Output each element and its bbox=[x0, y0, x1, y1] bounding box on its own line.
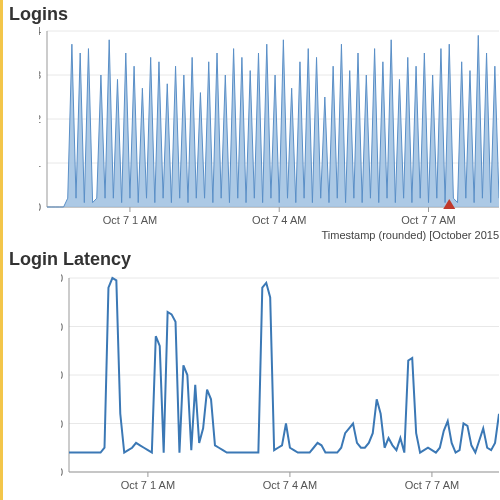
svg-text:Oct 7 7 AM: Oct 7 7 AM bbox=[405, 479, 459, 491]
logins-chart-svg: 01234Oct 7 1 AMOct 7 4 AMOct 7 7 AMTimes… bbox=[39, 27, 499, 245]
svg-text:4: 4 bbox=[39, 27, 41, 37]
svg-text:Oct 7 4 AM: Oct 7 4 AM bbox=[263, 479, 317, 491]
svg-text:3: 3 bbox=[39, 69, 41, 81]
latency-panel: Login Latency 0100200300400Oct 7 1 AMOct… bbox=[0, 245, 500, 500]
svg-text:Oct 7 4 AM: Oct 7 4 AM bbox=[252, 214, 306, 226]
svg-text:200: 200 bbox=[61, 369, 63, 381]
svg-text:Oct 7 1 AM: Oct 7 1 AM bbox=[121, 479, 175, 491]
svg-text:Oct 7 1 AM: Oct 7 1 AM bbox=[103, 214, 157, 226]
latency-chart-svg: 0100200300400Oct 7 1 AMOct 7 4 AMOct 7 7… bbox=[61, 272, 499, 494]
svg-text:Timestamp (rounded) [October 2: Timestamp (rounded) [October 2015 bbox=[321, 229, 499, 241]
logins-title: Logins bbox=[3, 0, 500, 27]
logins-panel: Logins 01234Oct 7 1 AMOct 7 4 AMOct 7 7 … bbox=[0, 0, 500, 245]
svg-text:Oct 7 7 AM: Oct 7 7 AM bbox=[401, 214, 455, 226]
logins-chart-area: 01234Oct 7 1 AMOct 7 4 AMOct 7 7 AMTimes… bbox=[39, 27, 496, 245]
svg-text:1: 1 bbox=[39, 157, 41, 169]
svg-text:300: 300 bbox=[61, 321, 63, 333]
svg-text:2: 2 bbox=[39, 113, 41, 125]
latency-title: Login Latency bbox=[3, 245, 500, 272]
latency-chart-area: 0100200300400Oct 7 1 AMOct 7 4 AMOct 7 7… bbox=[61, 272, 496, 494]
svg-text:0: 0 bbox=[61, 466, 63, 478]
svg-text:100: 100 bbox=[61, 418, 63, 430]
svg-text:0: 0 bbox=[39, 201, 41, 213]
svg-text:400: 400 bbox=[61, 272, 63, 284]
